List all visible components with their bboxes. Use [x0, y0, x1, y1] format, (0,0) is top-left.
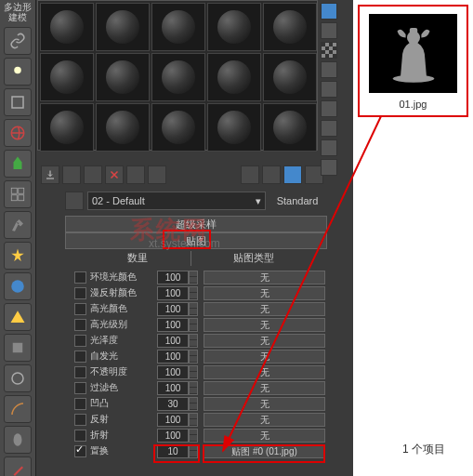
spinner-buttons[interactable]: [189, 334, 198, 348]
tool-grid-icon[interactable]: [4, 180, 32, 208]
map-slot-button[interactable]: 无: [204, 350, 325, 364]
material-slot[interactable]: [40, 3, 94, 51]
side-btn-checker-icon[interactable]: [321, 42, 337, 59]
spinner-buttons[interactable]: [189, 350, 198, 364]
amount-spinner[interactable]: 100: [157, 413, 189, 427]
material-slot[interactable]: [263, 3, 317, 51]
map-slot-button[interactable]: 无: [204, 302, 325, 316]
side-btn-6[interactable]: [321, 100, 337, 117]
material-slot[interactable]: [151, 3, 205, 51]
map-slot-button[interactable]: 无: [204, 397, 325, 411]
map-slot-button[interactable]: 无: [204, 318, 325, 332]
eyedropper-icon[interactable]: [65, 192, 84, 210]
amount-spinner[interactable]: 100: [157, 365, 189, 379]
nav-parent-button[interactable]: [241, 165, 259, 184]
map-slot-button[interactable]: 无: [204, 381, 325, 395]
tool-hammer-icon[interactable]: [4, 211, 32, 239]
side-btn-2[interactable]: [321, 22, 337, 39]
map-checkbox[interactable]: [74, 319, 86, 331]
pick-button[interactable]: [283, 165, 302, 184]
map-checkbox[interactable]: [74, 271, 86, 284]
material-slot[interactable]: [263, 53, 317, 101]
amount-spinner[interactable]: 30: [157, 397, 189, 411]
material-slot[interactable]: [96, 3, 150, 51]
tool-scale-icon[interactable]: [4, 88, 32, 116]
amount-spinner[interactable]: 100: [157, 429, 189, 443]
tool-link-icon[interactable]: [4, 27, 32, 55]
tool-warning-icon[interactable]: [4, 303, 32, 331]
side-btn-8[interactable]: [321, 139, 337, 156]
map-checkbox[interactable]: [74, 382, 86, 394]
tool-marker-icon[interactable]: [4, 150, 32, 178]
map-slot-button[interactable]: 无: [204, 334, 325, 348]
options-button[interactable]: [148, 165, 166, 184]
tool-globe-icon[interactable]: [4, 119, 32, 147]
spinner-buttons[interactable]: [189, 381, 198, 395]
map-label: 高光颜色: [90, 302, 157, 315]
amount-spinner[interactable]: 100: [157, 302, 189, 316]
map-checkbox[interactable]: [74, 430, 86, 442]
map-checkbox[interactable]: [74, 287, 86, 299]
spinner-buttons[interactable]: [189, 318, 198, 332]
side-btn-5[interactable]: [321, 81, 337, 98]
map-checkbox[interactable]: [74, 350, 86, 363]
amount-spinner[interactable]: 100: [157, 318, 189, 332]
map-checkbox[interactable]: [74, 398, 86, 410]
side-btn-7[interactable]: [321, 120, 337, 137]
material-slot[interactable]: [207, 103, 261, 152]
material-slot[interactable]: [40, 53, 94, 101]
tool-light-icon[interactable]: [4, 58, 32, 86]
spinner-buttons[interactable]: [189, 365, 198, 379]
spinner-buttons[interactable]: [189, 271, 198, 284]
map-slot-button[interactable]: 无: [204, 429, 325, 443]
spinner-buttons[interactable]: [189, 286, 198, 300]
material-slot[interactable]: [207, 53, 261, 101]
map-checkbox[interactable]: [74, 335, 86, 347]
map-checkbox[interactable]: [74, 414, 86, 426]
map-slot-button[interactable]: 无: [204, 413, 325, 427]
map-checkbox[interactable]: [74, 366, 86, 378]
tool-star-icon[interactable]: [4, 242, 32, 270]
material-slot[interactable]: [207, 3, 261, 51]
nav-sibling-button[interactable]: [262, 165, 281, 184]
maptype-header: 贴图类型: [191, 251, 316, 266]
put-material-button[interactable]: [62, 165, 81, 184]
side-btn-4[interactable]: [321, 61, 337, 78]
show-map-button[interactable]: [126, 165, 145, 184]
material-slot[interactable]: [96, 103, 150, 152]
tool-bend-icon[interactable]: [4, 395, 32, 423]
tool-loop-icon[interactable]: [4, 364, 32, 392]
assign-button[interactable]: [84, 165, 102, 184]
map-slot-button[interactable]: 无: [204, 365, 325, 379]
tool-box-icon[interactable]: [4, 334, 32, 362]
file-thumbnail[interactable]: 01.jpg: [358, 5, 468, 117]
side-btn-9[interactable]: [321, 159, 337, 176]
map-checkbox[interactable]: [74, 445, 86, 457]
map-checkbox[interactable]: [74, 303, 86, 315]
amount-spinner[interactable]: 100: [157, 286, 189, 300]
spinner-buttons[interactable]: [189, 429, 198, 443]
material-name-dropdown[interactable]: 02 - Default ▾: [87, 192, 266, 210]
material-type-button[interactable]: Standard: [269, 195, 325, 206]
delete-button[interactable]: [105, 165, 124, 184]
tool-sphere-blue-icon[interactable]: [4, 272, 32, 300]
material-slot[interactable]: [151, 53, 205, 101]
map-slot-button[interactable]: 无: [204, 271, 325, 284]
amount-spinner[interactable]: 100: [157, 381, 189, 395]
material-slot[interactable]: [151, 103, 205, 152]
amount-spinner[interactable]: 100: [157, 350, 189, 364]
spinner-buttons[interactable]: [189, 302, 198, 316]
annotation-box: [203, 444, 325, 463]
tool-paint-icon[interactable]: [4, 456, 32, 476]
get-material-button[interactable]: [41, 165, 59, 184]
side-btn-1[interactable]: [321, 3, 337, 20]
spinner-buttons[interactable]: [189, 397, 198, 411]
spinner-buttons[interactable]: [189, 413, 198, 427]
tool-lathe-icon[interactable]: [4, 426, 32, 454]
material-slot[interactable]: [96, 53, 150, 101]
material-slot[interactable]: [263, 103, 317, 152]
map-slot-button[interactable]: 无: [204, 286, 325, 300]
amount-spinner[interactable]: 100: [157, 334, 189, 348]
material-slot[interactable]: [40, 103, 94, 152]
amount-spinner[interactable]: 100: [157, 271, 189, 284]
